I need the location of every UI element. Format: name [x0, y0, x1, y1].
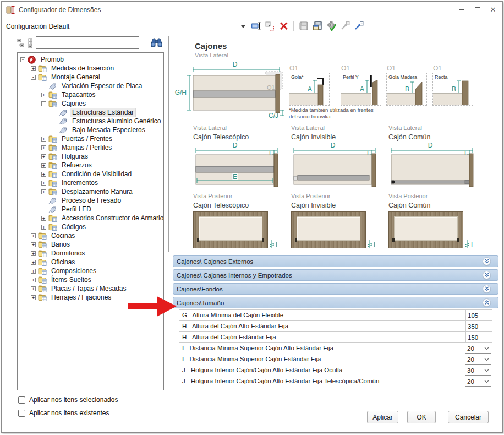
apply-selected-items-checkbox-row: Aplicar nos itens selecionados — [18, 396, 118, 404]
import-arrow-icon[interactable] — [339, 20, 350, 31]
apply-button[interactable]: Aplicar — [367, 411, 398, 423]
tree-item[interactable]: + Holguras — [18, 152, 163, 161]
dimension-label: C/J — [269, 112, 278, 119]
minimize-button[interactable] — [454, 2, 469, 18]
tree-expander-icon[interactable]: + — [31, 66, 36, 71]
tree-expander-icon[interactable]: + — [41, 163, 46, 168]
tree-item[interactable]: Proceso de Fresado — [18, 196, 163, 205]
checkbox[interactable] — [18, 396, 25, 404]
tree-item[interactable]: Estructuras Aluminio Genérico — [18, 117, 163, 126]
tree-expander-icon[interactable]: + — [31, 295, 36, 300]
tree-expander-icon[interactable]: + — [41, 93, 46, 97]
find-binoculars-icon[interactable] — [149, 36, 163, 49]
tree-expander-icon[interactable]: + — [41, 145, 46, 150]
property-value-field[interactable]: 20 — [465, 344, 491, 354]
tree-item[interactable]: + Incrementos — [18, 178, 163, 187]
chevron-double-down-icon[interactable] — [483, 271, 491, 279]
tree-item[interactable]: - Promob — [18, 55, 163, 64]
apply-gear-icon[interactable] — [326, 20, 337, 31]
tree-item[interactable]: + Accesorios Constructor de Armarios — [18, 214, 163, 222]
property-value-field[interactable]: 20 — [465, 355, 491, 365]
svg-text:B: B — [452, 85, 456, 93]
delete-config-icon[interactable] — [278, 20, 289, 31]
svg-text:D: D — [428, 142, 433, 149]
window-title: Configurador de Dimensões — [19, 6, 101, 14]
save-to-file-icon[interactable] — [312, 20, 323, 31]
property-value-field[interactable]: 150 — [465, 332, 492, 342]
property-row: H - Altura del Cajón Alto Estándar Fija … — [179, 321, 492, 332]
chevron-double-down-icon[interactable] — [483, 285, 491, 293]
diagram-panel: Cajones Vista Lateral D O1 G/H C/J O1 — [168, 36, 500, 252]
tree-expander-icon[interactable]: - — [20, 57, 25, 62]
tree-expander-icon[interactable]: + — [41, 154, 46, 159]
drawer-column: Vista Posterior Cajón Invisible F — [291, 193, 385, 210]
section-header[interactable]: Cajones\Fondos — [173, 283, 498, 295]
tree-item[interactable]: + Refuerzos — [18, 161, 163, 170]
tree-expander-icon[interactable]: + — [41, 189, 46, 194]
property-value-field[interactable]: 20 — [465, 377, 491, 387]
tree-item[interactable]: + Códigos — [18, 222, 163, 231]
tree-item[interactable]: + Condición de Visibilidad — [18, 170, 163, 178]
chevron-double-down-icon[interactable] — [483, 257, 491, 265]
tree-item[interactable]: + Manijas / Perfiles — [18, 143, 163, 152]
section-header[interactable]: Cajones\Tamaño — [173, 297, 498, 308]
tree-item[interactable]: Variación Espesor de Placa — [18, 81, 163, 90]
section-header[interactable]: Cajones\ Cajones Internos y Empotrados — [173, 269, 498, 281]
tree-search-input[interactable] — [36, 36, 139, 49]
property-value-field[interactable]: 105 — [465, 310, 492, 320]
diagram-title: Cajones — [195, 41, 227, 51]
tree-expander-icon[interactable]: + — [31, 242, 36, 247]
tree-expander-icon[interactable]: + — [31, 233, 36, 238]
folder-icon — [38, 232, 47, 240]
tree-expander-icon[interactable]: + — [41, 216, 46, 221]
folder-icon — [38, 285, 47, 293]
tree-expander-icon[interactable]: + — [41, 225, 46, 230]
tree-item[interactable]: + Placas / Tapas / Mesadas — [18, 284, 163, 293]
tree-item[interactable]: + Composiciones — [18, 267, 163, 275]
tree-expander-icon[interactable]: + — [41, 137, 46, 142]
tree-item[interactable]: Bajo Mesada Especieros — [18, 126, 163, 134]
annotation-arrow — [128, 295, 178, 319]
expand-all-icon[interactable] — [26, 37, 35, 48]
tree-item[interactable]: Estructuras Estándar — [18, 108, 163, 117]
tree-item[interactable]: Perfil LED — [18, 205, 163, 214]
tag-icon — [59, 117, 68, 126]
tree-expander-icon[interactable]: + — [41, 172, 46, 177]
duplicate-config-icon[interactable] — [264, 20, 275, 31]
section-header[interactable]: Cajones\ Cajones Externos — [173, 255, 498, 267]
tree-expander-icon[interactable]: + — [41, 181, 46, 186]
folder-icon — [48, 170, 58, 178]
property-value-field[interactable]: 350 — [465, 321, 492, 331]
folder-icon — [48, 161, 58, 170]
tree-item[interactable]: + Cocinas — [18, 231, 163, 240]
tree-item[interactable]: + Desplazamiento Ranura — [18, 187, 163, 196]
tree-expander-icon[interactable]: + — [31, 278, 36, 282]
tree-item[interactable]: - Cajones — [18, 99, 163, 108]
tree-item[interactable]: + Baños — [18, 240, 163, 249]
checkbox[interactable] — [18, 410, 25, 417]
ok-button[interactable]: OK — [407, 411, 436, 423]
chevron-double-up-icon[interactable] — [483, 298, 491, 307]
tree-expander-icon[interactable]: + — [31, 269, 36, 274]
maximize-button[interactable] — [470, 2, 485, 18]
collapse-all-icon[interactable] — [17, 37, 26, 48]
close-button[interactable]: ✕ — [485, 2, 501, 18]
tree-expander-icon[interactable]: + — [31, 251, 36, 256]
configuration-select[interactable]: Configuración Default — [4, 20, 248, 32]
tree-item[interactable]: + Tapacantos — [18, 90, 163, 99]
property-value-field[interactable]: 30 — [465, 366, 491, 376]
tree-item[interactable]: + Dormitorios — [18, 249, 163, 258]
save-icon[interactable] — [298, 20, 309, 31]
tree-expander-icon[interactable]: + — [31, 260, 36, 265]
tree-item[interactable]: + Puertas / Frentes — [18, 134, 163, 143]
tree-expander-icon[interactable]: + — [31, 286, 36, 291]
cancel-button[interactable]: Cancelar — [448, 411, 489, 423]
tree-item[interactable]: + Medidas de Inserción — [18, 64, 163, 73]
rename-config-icon[interactable] — [250, 20, 261, 31]
tree-item[interactable]: + Ítems Sueltos — [18, 275, 163, 284]
tree-item[interactable]: - Montaje General — [18, 73, 163, 81]
tree-expander-icon[interactable]: - — [31, 75, 36, 80]
tree-item[interactable]: + Oficinas — [18, 258, 163, 267]
tree-expander-icon[interactable]: - — [41, 101, 46, 106]
export-arrow-icon[interactable] — [353, 20, 364, 31]
